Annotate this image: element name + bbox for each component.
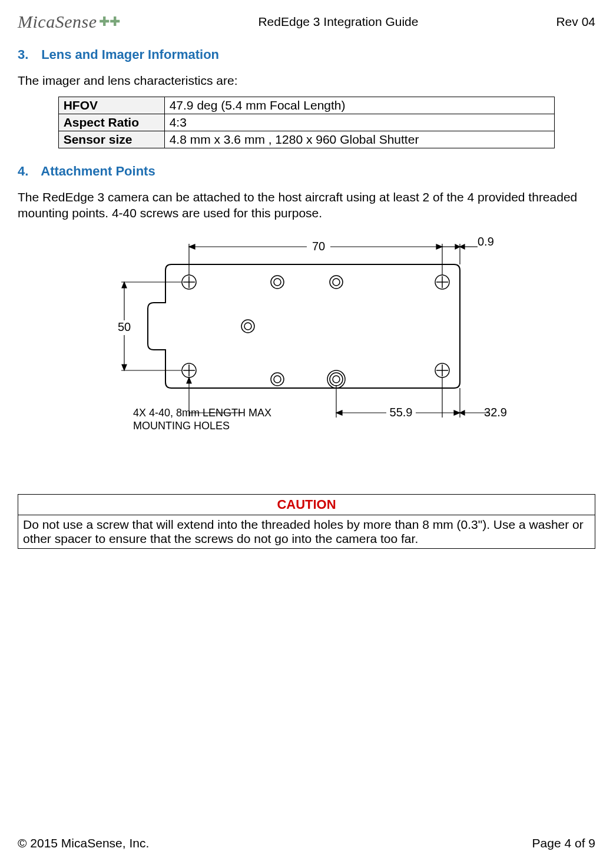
svg-point-14	[333, 279, 340, 286]
dim-top: 70	[312, 240, 324, 253]
logo: MicaSense ✚✚	[18, 12, 120, 32]
svg-marker-33	[460, 244, 465, 249]
spec-table: HFOV 47.9 deg (5.4 mm Focal Length) Aspe…	[58, 97, 555, 148]
section-number: 3.	[18, 47, 38, 62]
svg-marker-48	[460, 410, 465, 415]
svg-point-13	[271, 276, 284, 289]
table-row: HFOV 47.9 deg (5.4 mm Focal Length)	[58, 97, 555, 114]
svg-point-17	[241, 320, 254, 333]
caution-body: Do not use a screw that will extend into…	[18, 515, 595, 548]
svg-point-12	[274, 279, 281, 286]
table-row: Sensor size 4.8 mm x 3.6 mm , 1280 x 960…	[58, 131, 555, 148]
svg-point-21	[330, 373, 343, 386]
svg-point-19	[271, 373, 284, 386]
dim-left: 50	[117, 320, 130, 333]
section-3-heading: 3. Lens and Imager Information	[18, 47, 595, 62]
svg-marker-44	[336, 410, 342, 415]
spec-label: Sensor size	[58, 131, 164, 148]
spec-label: Aspect Ratio	[58, 114, 164, 131]
svg-marker-51	[187, 377, 191, 383]
svg-marker-38	[122, 282, 127, 288]
page-footer: © 2015 MicaSense, Inc. Page 4 of 9	[18, 836, 595, 850]
spec-label: HFOV	[58, 97, 164, 114]
spec-value: 4.8 mm x 3.6 mm , 1280 x 960 Global Shut…	[164, 131, 555, 148]
table-row: Aspect Ratio 4:3	[58, 114, 555, 131]
section-4-intro: The RedEdge 3 camera can be attached to …	[18, 190, 595, 221]
svg-marker-27	[189, 244, 195, 249]
leaf-icon: ✚✚	[99, 14, 120, 29]
svg-point-18	[274, 376, 281, 383]
svg-point-20	[333, 376, 340, 383]
section-4-heading: 4. Attachment Points	[18, 164, 595, 179]
spec-value: 4:3	[164, 114, 555, 131]
caution-box: CAUTION Do not use a screw that will ext…	[18, 494, 595, 549]
doc-title: RedEdge 3 Integration Guide	[258, 15, 418, 29]
mounting-diagram: 70 0.9 50 55.9 32.9 4X 4-40, 8	[101, 229, 513, 447]
dim-right: 32.9	[484, 406, 507, 419]
diagram-note-2: MOUNTING HOLES	[133, 420, 230, 432]
page-header: MicaSense ✚✚ RedEdge 3 Integration Guide…	[18, 12, 595, 32]
svg-marker-45	[454, 410, 460, 415]
doc-rev: Rev 04	[556, 15, 595, 29]
footer-left: © 2015 MicaSense, Inc.	[18, 836, 149, 850]
dim-bottom: 55.9	[389, 406, 412, 419]
svg-point-16	[244, 323, 251, 330]
svg-marker-28	[436, 244, 442, 249]
dim-top-right: 0.9	[478, 235, 494, 248]
section-3-intro: The imager and lens characteristics are:	[18, 73, 595, 88]
section-number: 4.	[18, 164, 38, 179]
section-title: Attachment Points	[41, 164, 155, 178]
section-title: Lens and Imager Information	[41, 47, 219, 62]
caution-heading: CAUTION	[18, 494, 595, 515]
svg-point-15	[330, 276, 343, 289]
logo-text: MicaSense	[18, 12, 97, 32]
diagram-note-1: 4X 4-40, 8mm LENGTH MAX	[133, 407, 271, 419]
footer-right: Page 4 of 9	[532, 836, 595, 850]
spec-value: 47.9 deg (5.4 mm Focal Length)	[164, 97, 555, 114]
svg-marker-39	[122, 365, 127, 370]
